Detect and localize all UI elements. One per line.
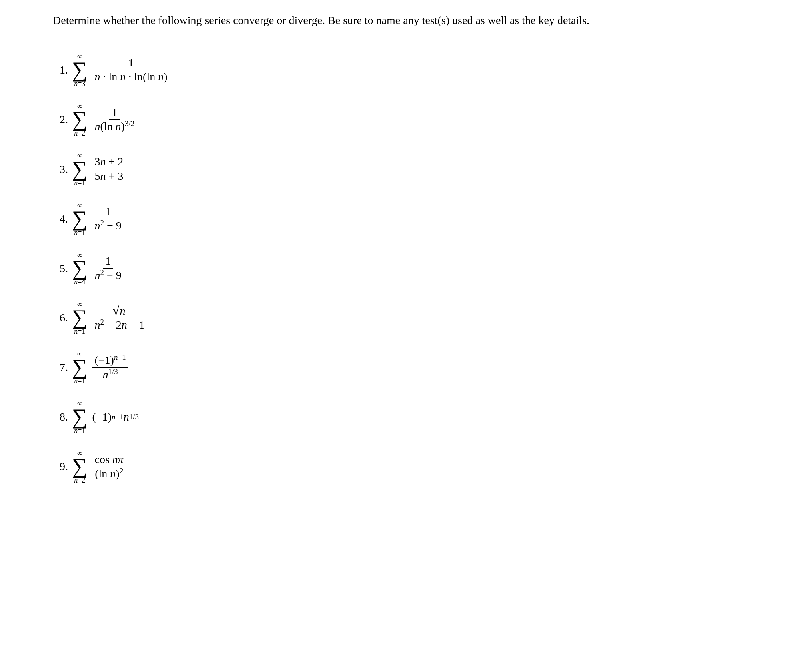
sigma-symbol: ∑ [72,61,88,79]
numerator: cos nπ [92,453,126,467]
problem-8: 8. ∞ ∑ n=1 (−1)n−1n1/3 [52,400,776,434]
denominator: n2 + 2n − 1 [92,318,147,332]
series-expression: ∞ ∑ n=4 1 n2 − 9 [72,251,126,286]
sigma-symbol: ∑ [72,160,88,179]
problem-number: 4. [52,213,68,225]
fraction: 1 n2 − 9 [92,254,124,283]
series-expression: ∞ ∑ n=2 1 n(ln n)3/2 [72,102,138,137]
problem-number: 1. [52,64,68,76]
denominator: 5n + 3 [92,169,126,183]
problem-2: 2. ∞ ∑ n=2 1 n(ln n)3/2 [52,102,776,137]
problem-3: 3. ∞ ∑ n=1 3n + 2 5n + 3 [52,152,776,187]
series-expression: ∞ ∑ n=1 √n n2 + 2n − 1 [72,301,149,335]
denominator: n · ln n · ln(ln n) [92,70,170,84]
problem-number: 2. [52,113,68,126]
sigma-symbol: ∑ [72,210,88,228]
sigma-symbol: ∑ [72,408,88,426]
problem-list: 1. ∞ ∑ n=3 1 n · ln n · ln(ln n) 2. ∞ ∑ … [52,53,776,484]
sigma-lower-limit: n=1 [74,328,85,335]
problem-5: 5. ∞ ∑ n=4 1 n2 − 9 [52,251,776,286]
fraction: cos nπ (ln n)2 [92,453,126,481]
sigma-lower-limit: n=1 [74,377,85,385]
sigma-icon: ∞ ∑ n=3 [72,53,88,87]
series-term: (−1)n−1n1/3 [92,411,139,423]
fraction: 1 n · ln n · ln(ln n) [92,56,170,84]
problem-4: 4. ∞ ∑ n=1 1 n2 + 9 [52,202,776,236]
problem-7: 7. ∞ ∑ n=1 (−1)n−1 n1/3 [52,350,776,385]
series-expression: ∞ ∑ n=1 1 n2 + 9 [72,202,126,236]
denominator: n2 − 9 [92,269,124,283]
series-expression: ∞ ∑ n=2 cos nπ (ln n)2 [72,449,128,484]
series-expression: ∞ ∑ n=1 (−1)n−1 n1/3 [72,350,130,385]
numerator: 1 [126,56,136,70]
denominator: (ln n)2 [92,467,126,481]
denominator: n2 + 9 [92,219,124,233]
instructions-text: Determine whether the following series c… [36,12,776,29]
numerator: 1 [103,254,113,269]
sigma-icon: ∞ ∑ n=2 [72,449,88,484]
problem-number: 7. [52,361,68,374]
denominator: n1/3 [100,368,120,382]
sigma-lower-limit: n=2 [74,477,85,484]
sigma-icon: ∞ ∑ n=1 [72,301,88,335]
sigma-symbol: ∑ [72,358,88,377]
sigma-icon: ∞ ∑ n=1 [72,202,88,236]
sigma-icon: ∞ ∑ n=4 [72,251,88,286]
series-expression: ∞ ∑ n=3 1 n · ln n · ln(ln n) [72,53,172,87]
sigma-symbol: ∑ [72,457,88,476]
sigma-symbol: ∑ [72,309,88,327]
sigma-symbol: ∑ [72,259,88,278]
fraction: 1 n(ln n)3/2 [92,106,137,134]
sigma-icon: ∞ ∑ n=1 [72,152,88,187]
problem-number: 5. [52,262,68,275]
problem-number: 3. [52,163,68,176]
fraction: 3n + 2 5n + 3 [92,155,126,183]
sigma-lower-limit: n=2 [74,130,85,137]
sigma-lower-limit: n=1 [74,229,85,236]
sigma-lower-limit: n=1 [74,179,85,187]
sigma-lower-limit: n=3 [74,80,85,87]
numerator: 3n + 2 [92,155,126,169]
numerator: √n [110,304,129,319]
problem-number: 8. [52,411,68,423]
fraction: (−1)n−1 n1/3 [92,353,128,382]
series-expression: ∞ ∑ n=1 3n + 2 5n + 3 [72,152,127,187]
sigma-lower-limit: n=4 [74,278,85,285]
sigma-icon: ∞ ∑ n=1 [72,400,88,434]
problem-6: 6. ∞ ∑ n=1 √n n2 + 2n − 1 [52,301,776,335]
numerator: 1 [109,106,120,120]
problem-1: 1. ∞ ∑ n=3 1 n · ln n · ln(ln n) [52,53,776,87]
problem-number: 6. [52,311,68,324]
series-expression: ∞ ∑ n=1 (−1)n−1n1/3 [72,400,139,434]
numerator: (−1)n−1 [92,353,128,368]
fraction: √n n2 + 2n − 1 [92,304,147,333]
numerator: 1 [103,205,113,219]
sigma-lower-limit: n=1 [74,427,85,434]
sigma-symbol: ∑ [72,110,88,129]
sigma-icon: ∞ ∑ n=2 [72,102,88,137]
problem-number: 9. [52,460,68,473]
fraction: 1 n2 + 9 [92,205,124,233]
denominator: n(ln n)3/2 [92,120,137,134]
problem-9: 9. ∞ ∑ n=2 cos nπ (ln n)2 [52,449,776,484]
sigma-icon: ∞ ∑ n=1 [72,350,88,385]
